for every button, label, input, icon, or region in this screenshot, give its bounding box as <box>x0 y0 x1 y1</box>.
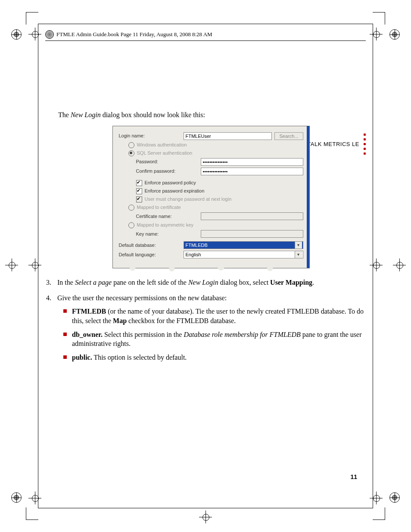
windows-auth-radio[interactable]: Windows authentication <box>119 142 193 148</box>
step-text: Give the user the necessary permissions … <box>57 293 366 367</box>
torn-edge-icon <box>113 264 309 271</box>
default-lang-combo[interactable]: English <box>184 251 303 258</box>
default-db-combo[interactable]: FTMLEDB <box>184 241 303 249</box>
password-label: Password: <box>119 159 201 165</box>
sql-auth-radio[interactable]: SQL Server authentication <box>119 150 240 156</box>
password-input[interactable]: ••••••••••••••• <box>201 158 303 166</box>
confirm-password-label: Confirm password: <box>119 168 201 174</box>
crop-corner-br <box>373 507 385 520</box>
login-name-input[interactable]: FTMLEUser <box>184 132 272 140</box>
confirm-password-input[interactable]: ••••••••••••••• <box>201 168 303 175</box>
red-bullet-icon <box>63 333 67 336</box>
bullet-dbowner: db_owner. Select this permission in the … <box>57 330 366 348</box>
intro-paragraph: The New Login dialog box should now look… <box>58 110 366 120</box>
enforce-policy-checkbox[interactable]: Enforce password policy <box>119 180 265 186</box>
book-header-text: FTMLE Admin Guide.book Page 11 Friday, A… <box>56 31 212 38</box>
book-running-header: FTMLE Admin Guide.book Page 11 Friday, A… <box>45 30 366 41</box>
must-change-checkbox: User must change password at next login <box>119 196 274 202</box>
key-name-label: Key name: <box>119 231 201 237</box>
registration-mark <box>11 29 22 40</box>
default-lang-label: Default language: <box>119 252 184 258</box>
step-text: In the Select a page pane on the left si… <box>57 278 366 287</box>
new-login-dialog: Login name: FTMLEUser Search... Windows … <box>112 126 310 269</box>
step-number: 3. <box>46 278 57 287</box>
enforce-expiration-checkbox[interactable]: Enforce password expiration <box>119 188 265 194</box>
crop-corner-tl <box>26 12 38 25</box>
registration-mark <box>389 492 400 503</box>
key-name-input <box>201 230 303 238</box>
intro-em: New Login <box>71 111 101 118</box>
intro-text: The <box>58 111 71 118</box>
login-name-label: Login name: <box>119 133 184 139</box>
cert-name-input <box>201 212 303 220</box>
intro-text: dialog box should now look like this: <box>101 111 205 118</box>
red-bullet-icon <box>63 355 67 359</box>
default-db-label: Default database: <box>119 242 184 249</box>
step-4: 4. Give the user the necessary permissio… <box>46 293 366 367</box>
crop-corner-bl <box>26 507 38 520</box>
crop-corner-tr <box>373 12 385 25</box>
step-number: 4. <box>46 293 57 367</box>
registration-mark <box>389 29 400 40</box>
bullet-ftmledb: FTMLEDB (or the name of your database). … <box>57 307 366 325</box>
bullet-public: public. This option is selected by defau… <box>57 353 366 362</box>
crosshair-bottom <box>199 510 212 523</box>
header-mark-icon <box>45 30 54 39</box>
mapped-key-radio[interactable]: Mapped to asymmetric key <box>119 222 240 228</box>
red-bullet-icon <box>63 309 67 313</box>
mapped-cert-radio[interactable]: Mapped to certificate <box>119 204 240 211</box>
step-3: 3. In the Select a page pane on the left… <box>46 278 366 287</box>
cert-name-label: Certificate name: <box>119 213 201 220</box>
chapter-dots-icon <box>364 134 366 155</box>
crosshair-right <box>393 258 406 271</box>
registration-mark <box>11 492 22 503</box>
page-number: 11 <box>350 473 357 480</box>
crosshair-left <box>5 258 18 271</box>
search-button[interactable]: Search... <box>274 132 303 140</box>
